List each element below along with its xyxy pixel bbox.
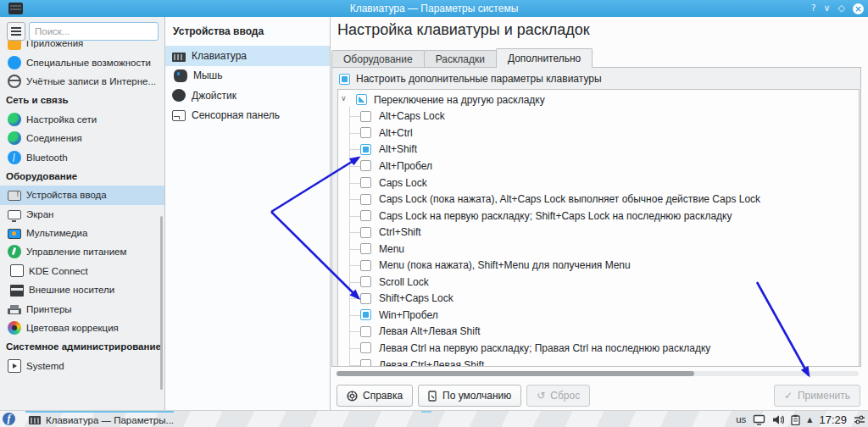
sidebar-item-input[interactable]: Устройства ввода xyxy=(0,186,164,204)
tree-row[interactable]: Левая Ctrl+Левая Shift xyxy=(338,357,859,367)
shortcut-checkbox[interactable] xyxy=(360,111,371,122)
tree-row[interactable]: Caps Lock на первую раскладку; Shift+Cap… xyxy=(338,208,859,225)
sidebar-item-network[interactable]: Настройка сети xyxy=(0,110,164,129)
keyboard-icon xyxy=(172,53,186,62)
shortcut-checkbox[interactable] xyxy=(360,359,371,367)
minimize-button[interactable]: ∨ xyxy=(823,0,830,17)
tab-Раскладки[interactable]: Раскладки xyxy=(424,50,497,68)
sidebar-item-label: Цветовая коррекция xyxy=(26,323,119,333)
device-item-label: Сенсорная панель xyxy=(192,109,280,121)
parent-checkbox[interactable] xyxy=(356,94,367,105)
sidebar-item-label: Специальные возможности xyxy=(26,58,151,68)
sidebar-item-label: Экран xyxy=(26,209,53,219)
close-button[interactable]: × xyxy=(853,3,864,14)
tree-row[interactable]: Win+Пробел xyxy=(338,307,859,324)
help-button-footer[interactable]: Справка xyxy=(337,385,413,407)
hamburger-menu-button[interactable] xyxy=(7,22,25,41)
tree-row[interactable]: Левая Alt+Левая Shift xyxy=(338,324,859,341)
tree-row[interactable]: Alt+Caps Lock xyxy=(338,108,859,125)
search-input[interactable] xyxy=(29,22,159,41)
category-sidebar: ПриложенияСпециальные возможностиУчётные… xyxy=(0,17,165,410)
maximize-button[interactable]: ◇ xyxy=(838,0,845,17)
tree-row[interactable]: Menu (пока нажата), Shift+Menu для получ… xyxy=(338,257,859,274)
expand-tray-icon[interactable]: ▲ xyxy=(807,416,812,424)
shortcut-checkbox[interactable] xyxy=(360,309,371,320)
expander-icon[interactable]: ∨ xyxy=(341,94,351,103)
configure-advanced-row[interactable]: Настроить дополнительные параметры клави… xyxy=(339,73,602,85)
shortcut-checkbox[interactable] xyxy=(360,293,371,304)
task-button[interactable]: Клавиатура — Параметры... xyxy=(24,413,179,427)
tree-row[interactable]: Shift+Caps Lock xyxy=(338,291,859,308)
network-icon xyxy=(8,131,21,145)
tree-row-label: Menu xyxy=(379,243,404,255)
shortcut-checkbox[interactable] xyxy=(360,243,371,254)
horizontal-scrollbar[interactable] xyxy=(337,371,859,376)
tree-row-label: Alt+Ctrl xyxy=(379,127,413,139)
taskbar-tick xyxy=(421,411,431,413)
tree-row[interactable]: Alt+Пробел xyxy=(338,158,859,175)
shortcut-checkbox[interactable] xyxy=(360,144,371,155)
sidebar-section-header: Сеть и связь xyxy=(0,91,164,109)
tab-Дополнительно[interactable]: Дополнительно xyxy=(496,48,593,68)
tab-Оборудование[interactable]: Оборудование xyxy=(331,50,425,68)
shortcut-checkbox[interactable] xyxy=(360,210,371,221)
tree-row[interactable]: Левая Ctrl на первую раскладку; Правая C… xyxy=(338,340,859,357)
shortcut-checkbox[interactable] xyxy=(360,194,371,205)
shortcut-checkbox[interactable] xyxy=(360,260,371,271)
sidebar-item-bluetooth[interactable]: Bluetooth xyxy=(0,147,164,166)
tree-row-label: Caps Lock xyxy=(379,177,427,189)
printer-icon xyxy=(8,308,21,314)
clock[interactable]: 17:29 xyxy=(819,413,847,426)
tree-row[interactable]: Caps Lock (пока нажата), Alt+Caps Lock в… xyxy=(338,191,859,208)
help-button[interactable]: ? xyxy=(811,0,816,17)
sidebar-item-network[interactable]: Соединения xyxy=(0,129,164,147)
sidebar-item-phone[interactable]: KDE Connect xyxy=(0,262,164,280)
application-launcher-button[interactable]: f xyxy=(3,413,15,425)
device-item-keyboard[interactable]: Клавиатура xyxy=(165,46,330,66)
panel-settings-icon[interactable] xyxy=(854,414,865,425)
reset-button[interactable]: ↺ Сброс xyxy=(526,385,590,407)
shortcut-checkbox[interactable] xyxy=(360,326,371,337)
sidebar-section-header: Оборудование xyxy=(0,167,164,186)
shortcut-checkbox[interactable] xyxy=(360,127,371,138)
taskbar: f Клавиатура — Параметры... us ▲ 17:29 xyxy=(0,410,868,427)
sidebar-item-colorwheel[interactable]: Цветовая коррекция xyxy=(0,319,164,337)
sidebar-item-bookmark[interactable]: Приложения xyxy=(0,41,164,53)
sidebar-scrollbar[interactable] xyxy=(160,216,163,390)
volume-icon[interactable] xyxy=(772,414,784,425)
scrollbar-handle[interactable] xyxy=(337,371,694,376)
sidebar-item-globe[interactable]: Учётные записи в Интерне... xyxy=(0,72,164,91)
shortcut-checkbox[interactable] xyxy=(360,160,371,171)
tree-row[interactable]: Scroll Lock xyxy=(338,274,859,291)
shortcut-checkbox[interactable] xyxy=(360,342,371,353)
device-list: КлавиатураМышьДжойстикСенсорная панель xyxy=(165,46,330,125)
tree-row[interactable]: Alt+Shift xyxy=(338,141,859,158)
shortcut-checkbox[interactable] xyxy=(360,177,371,188)
defaults-button[interactable]: По умолчанию xyxy=(418,385,521,407)
apply-button[interactable]: ✓ Применить xyxy=(774,385,860,407)
shortcut-checkbox[interactable] xyxy=(360,227,371,238)
system-settings-window: Клавиатура — Параметры системы ? ∨ ◇ × П… xyxy=(0,0,868,427)
sidebar-item-multimedia[interactable]: Мультимедиа xyxy=(0,224,164,242)
help-buoy-icon xyxy=(347,391,358,402)
shortcut-checkbox[interactable] xyxy=(360,276,371,287)
tree-row[interactable]: Ctrl+Shift xyxy=(338,224,859,241)
configure-advanced-checkbox[interactable] xyxy=(339,74,350,85)
device-item-mouse[interactable]: Мышь xyxy=(165,66,330,86)
sidebar-item-systemd[interactable]: Systemd xyxy=(0,357,164,375)
clipboard-icon[interactable] xyxy=(791,414,800,425)
sidebar-item-storage[interactable]: Внешние носители xyxy=(0,280,164,299)
sidebar-item-access[interactable]: Специальные возможности xyxy=(0,53,164,71)
tree-row[interactable]: Alt+Ctrl xyxy=(338,125,859,141)
tree-row[interactable]: Caps Lock xyxy=(338,175,859,191)
sidebar-item-label: Учётные записи в Интерне... xyxy=(26,76,156,86)
sidebar-item-power[interactable]: Управление питанием xyxy=(0,242,164,261)
device-item-joystick[interactable]: Джойстик xyxy=(165,86,330,106)
device-item-touchpad[interactable]: Сенсорная панель xyxy=(165,106,330,126)
tree-parent-row[interactable]: ∨Переключение на другую раскладку xyxy=(338,92,859,108)
network-icon[interactable] xyxy=(753,414,765,425)
sidebar-item-printer[interactable]: Принтеры xyxy=(0,299,164,318)
tree-row[interactable]: Menu xyxy=(338,241,859,258)
keyboard-layout-indicator[interactable]: us xyxy=(736,414,746,424)
sidebar-item-screen[interactable]: Экран xyxy=(0,205,164,224)
